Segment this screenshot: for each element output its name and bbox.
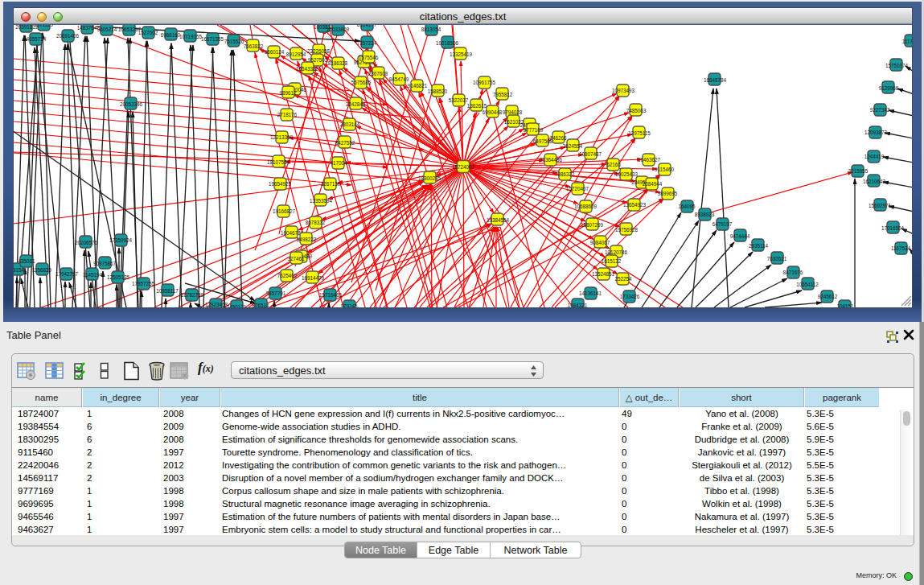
- svg-text:164095: 164095: [678, 204, 696, 209]
- svg-text:7632621: 7632621: [767, 256, 787, 262]
- svg-text:1244419: 1244419: [864, 154, 885, 159]
- svg-text:10719155: 10719155: [179, 34, 203, 39]
- svg-text:7485063: 7485063: [626, 108, 647, 113]
- svg-text:21364436: 21364436: [540, 157, 563, 163]
- svg-text:327461: 327461: [287, 256, 305, 262]
- svg-text:13353594: 13353594: [310, 198, 333, 204]
- svg-text:9129966: 9129966: [879, 85, 899, 91]
- svg-text:7625402: 7625402: [277, 273, 298, 278]
- svg-text:104151: 104151: [836, 303, 854, 308]
- svg-text:19654925: 19654925: [269, 181, 292, 187]
- svg-text:1871129: 1871129: [34, 25, 54, 27]
- svg-text:2718176: 2718176: [277, 112, 298, 117]
- svg-text:9115460: 9115460: [655, 167, 675, 172]
- svg-text:1362615: 1362615: [467, 103, 487, 109]
- svg-text:9777169: 9777169: [524, 127, 544, 133]
- svg-text:19756928: 19756928: [615, 227, 639, 233]
- svg-text:17359924: 17359924: [109, 237, 133, 243]
- svg-text:9227342: 9227342: [870, 107, 890, 113]
- svg-text:1084321: 1084321: [568, 303, 588, 308]
- svg-text:15751074: 15751074: [885, 63, 909, 68]
- svg-text:6990448: 6990448: [483, 109, 503, 115]
- svg-text:3267130: 3267130: [321, 181, 341, 187]
- svg-text:12093872: 12093872: [864, 130, 888, 135]
- svg-text:8813054: 8813054: [421, 27, 441, 32]
- svg-text:8914177: 8914177: [357, 25, 377, 27]
- svg-text:12505135: 12505135: [107, 274, 130, 280]
- svg-text:10025433: 10025433: [615, 171, 639, 177]
- svg-text:7955812: 7955812: [493, 92, 513, 97]
- svg-text:1156829: 1156829: [32, 267, 52, 273]
- svg-text:979245: 979245: [340, 303, 358, 308]
- svg-text:417004: 417004: [330, 160, 347, 166]
- svg-text:6479197: 6479197: [713, 221, 733, 227]
- svg-text:19166827: 19166827: [273, 208, 296, 214]
- svg-text:5498222: 5498222: [297, 237, 317, 242]
- svg-text:16033809: 16033809: [326, 27, 350, 32]
- svg-text:9605214: 9605214: [97, 27, 117, 32]
- svg-text:10654112: 10654112: [796, 282, 819, 287]
- svg-text:10958117: 10958117: [156, 288, 179, 294]
- svg-text:4055714: 4055714: [27, 36, 47, 42]
- svg-text:10120746: 10120746: [605, 249, 628, 255]
- svg-text:7357224: 7357224: [357, 40, 377, 46]
- svg-text:435061: 435061: [18, 258, 35, 264]
- svg-text:13325419: 13325419: [450, 51, 473, 57]
- svg-text:1588520: 1588520: [428, 89, 448, 94]
- svg-text:9794028: 9794028: [503, 109, 523, 115]
- svg-text:12975115: 12975115: [628, 130, 651, 136]
- svg-text:17957255: 17957255: [132, 281, 155, 286]
- svg-text:746266: 746266: [549, 135, 567, 141]
- svg-text:9146821: 9146821: [408, 83, 428, 89]
- svg-text:9084067: 9084067: [590, 240, 610, 245]
- svg-text:20053346: 20053346: [120, 101, 143, 107]
- svg-text:9899695: 9899695: [658, 191, 678, 196]
- svg-text:18724007: 18724007: [452, 164, 475, 170]
- svg-text:2935114: 2935114: [749, 243, 769, 249]
- svg-text:1145194: 1145194: [83, 272, 103, 278]
- svg-text:16210643: 16210643: [863, 179, 886, 184]
- svg-text:9660124: 9660124: [265, 49, 285, 55]
- svg-text:1615132: 1615132: [602, 258, 622, 264]
- svg-text:13524851: 13524851: [592, 271, 615, 277]
- svg-text:12923468: 12923468: [205, 302, 228, 307]
- svg-text:989612: 989612: [279, 90, 297, 96]
- svg-text:19218506: 19218506: [436, 40, 459, 46]
- svg-text:2367608: 2367608: [368, 71, 388, 76]
- svg-text:13654923: 13654923: [623, 202, 647, 208]
- svg-text:23226058: 23226058: [307, 48, 331, 54]
- svg-text:111720: 111720: [902, 39, 912, 44]
- svg-text:10807487: 10807487: [579, 151, 602, 157]
- svg-text:19384554: 19384554: [487, 217, 510, 223]
- svg-text:8186328: 8186328: [328, 60, 348, 66]
- svg-text:15720407: 15720407: [566, 186, 589, 192]
- svg-text:2084944: 2084944: [643, 181, 663, 187]
- svg-text:16671355: 16671355: [201, 36, 224, 42]
- svg-text:10463627: 10463627: [638, 157, 661, 163]
- svg-text:16543382: 16543382: [296, 66, 319, 72]
- svg-text:8912954: 8912954: [286, 51, 306, 57]
- svg-text:14136141: 14136141: [579, 290, 602, 296]
- svg-text:7986322: 7986322: [555, 171, 575, 177]
- svg-text:16648784: 16648784: [704, 77, 727, 83]
- svg-text:3242848: 3242848: [346, 101, 366, 107]
- svg-text:12213369: 12213369: [270, 134, 294, 140]
- svg-text:8454749: 8454749: [389, 76, 409, 82]
- svg-text:20691406: 20691406: [56, 33, 80, 39]
- svg-text:1733426: 1733426: [620, 294, 640, 299]
- svg-text:876514: 876514: [252, 303, 269, 308]
- svg-text:18807299: 18807299: [581, 222, 604, 228]
- svg-text:7663822: 7663822: [244, 43, 264, 49]
- svg-text:2803144: 2803144: [340, 122, 360, 127]
- svg-text:15716485: 15716485: [319, 292, 343, 298]
- svg-text:8427552: 8427552: [335, 140, 355, 146]
- svg-text:1483764: 1483764: [77, 25, 97, 31]
- svg-text:9457791: 9457791: [266, 290, 286, 296]
- svg-text:15692971: 15692971: [869, 203, 892, 208]
- svg-text:3215955: 3215955: [848, 168, 869, 174]
- svg-text:8938923: 8938923: [695, 212, 715, 217]
- svg-text:17016504: 17016504: [881, 225, 905, 231]
- svg-text:16782759: 16782759: [181, 292, 204, 298]
- svg-text:18300295: 18300295: [418, 175, 441, 181]
- svg-text:8678332: 8678332: [306, 220, 326, 225]
